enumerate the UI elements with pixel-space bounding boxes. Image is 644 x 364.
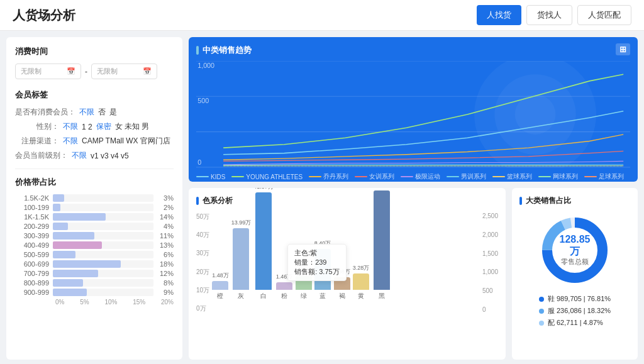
donut-legend: 鞋 989,705 | 76.81% 服 236,086 | 18.32% 配 …: [539, 294, 611, 330]
price-title: 价格带占比: [15, 177, 174, 188]
price-bar-wrap: [53, 289, 153, 296]
legend-item: KIDS: [196, 172, 225, 181]
bar-column[interactable]: 8.40万 蓝: [314, 240, 331, 301]
price-bar-row: 1.5K-2K 3%: [15, 194, 174, 202]
title-bar-icon: [196, 46, 199, 55]
price-bar-fill: [53, 194, 64, 202]
filter-row-1: 性别： 不限 1 2 保密 女 未知 男: [15, 121, 174, 132]
filter-row-0: 是否有消费会员： 不限 否 是: [15, 107, 174, 118]
price-bar-row: 700-799 12%: [15, 270, 174, 277]
line-chart-svg: 1,000 500 0: [196, 61, 630, 168]
bar-column[interactable]: 13.99万 灰: [231, 219, 252, 301]
date-end-input[interactable]: 无限制 📅: [91, 63, 157, 79]
bar-rect: [255, 192, 272, 290]
tab-peiping[interactable]: 人货匹配: [577, 5, 631, 25]
legend-item: 乔丹系列: [309, 172, 348, 181]
svg-text:500: 500: [197, 97, 209, 104]
filter-val-nolimit-2[interactable]: 不限: [63, 136, 78, 146]
color-chart-card: 色系分析 50万 40万 30万 20万 10万 0万 1.48万: [189, 188, 506, 360]
chart-legend: KIDSYOUNG ATHLETES乔丹系列女训系列极限运动男训系列篮球系列网球…: [196, 172, 630, 182]
price-bars: 1.5K-2K 3% 100-199 2% 1K-1.5K 14% 200-29…: [15, 194, 174, 296]
y-axis-left: 50万 40万 30万 20万 10万 0万: [196, 212, 209, 313]
legend-item: 女训系列: [355, 172, 394, 181]
filter-val-nolimit-1[interactable]: 不限: [63, 121, 78, 132]
tab-renhuo[interactable]: 人找货: [477, 5, 521, 25]
bar-column[interactable]: 3.28万 黄: [353, 264, 370, 301]
bar-column[interactable]: 2.58万 褐: [333, 268, 350, 301]
bar-column[interactable]: 1.46万 粉: [276, 273, 293, 301]
price-bar-wrap: [53, 241, 153, 249]
bar-rect: [314, 249, 331, 290]
donut-chart-card: 大类销售占比: [512, 188, 638, 360]
filter-row-3: 会员当前级别： 不限 v1 v3 v4 v5: [15, 150, 174, 161]
price-bar-wrap: [53, 232, 153, 240]
legend-item: 足球系列: [584, 172, 624, 181]
price-bar-row: 100-199 2%: [15, 204, 174, 211]
member-label-title: 会员标签: [15, 89, 174, 101]
price-bar-fill: [53, 289, 87, 296]
legend-item: 篮球系列: [492, 172, 532, 181]
color-chart-title: 色系分析: [196, 196, 498, 206]
filter-val-nolimit-0[interactable]: 不限: [79, 107, 94, 118]
consume-time-title: 消费时间: [15, 46, 174, 57]
bar-chart-container: 1.48万 橙 13.99万 灰 41.57万 白 1.46万 粉 2.83万 …: [212, 212, 480, 313]
date-start-input[interactable]: 无限制 📅: [15, 63, 81, 79]
bar-rect: [353, 273, 369, 290]
top-chart-card: 中类销售趋势 ⊞ 1,000 500 0: [189, 37, 638, 182]
filter-val-nolimit-3[interactable]: 不限: [72, 150, 87, 161]
price-bar-row: 800-899 8%: [15, 279, 174, 287]
bar-rect: [334, 277, 350, 290]
y-axis-right: 2,500 2,000 1,500 1,000 500 0: [482, 212, 498, 313]
price-bar-wrap: [53, 260, 153, 268]
legend-shoes: 鞋 989,705 | 76.81%: [539, 294, 611, 304]
bar-rect: [296, 276, 312, 290]
donut-center-text: 128.85万 零售总额: [556, 233, 594, 267]
price-bar-row: 400-499 13%: [15, 241, 174, 249]
donut-chart-visual: 128.85万 零售总额: [537, 212, 613, 288]
bar-column[interactable]: 41.99万 黑: [372, 188, 392, 301]
bar-column[interactable]: 2.83万 绿: [295, 267, 312, 301]
price-bar-row: 500-599 6%: [15, 251, 174, 258]
bottom-row: 色系分析 50万 40万 30万 20万 10万 0万 1.48万: [189, 188, 638, 360]
chart-export-btn[interactable]: ⊞: [616, 43, 630, 55]
legend-item: YOUNG ATHLETES: [231, 172, 303, 181]
page-title: 人货场分析: [13, 7, 75, 24]
price-bar-row: 300-399 11%: [15, 232, 174, 240]
bar-rect: [212, 281, 228, 290]
price-bar-wrap: [53, 194, 153, 202]
svg-text:0: 0: [197, 158, 201, 166]
legend-item: 极限运动: [401, 172, 440, 181]
svg-text:1,000: 1,000: [197, 62, 214, 69]
price-bar-fill: [53, 270, 98, 277]
price-bar-row: 200-299 4%: [15, 223, 174, 230]
svg-point-9: [515, 94, 556, 135]
price-bar-wrap: [53, 223, 153, 230]
bar-rect: [233, 228, 249, 290]
color-chart-body: 50万 40万 30万 20万 10万 0万 1.48万 橙 13.99万 灰 …: [196, 212, 498, 313]
price-bar-fill: [53, 223, 68, 230]
top-chart-title: 中类销售趋势 ⊞: [196, 45, 630, 56]
price-bar-wrap: [53, 251, 153, 258]
date-range-row: 无限制 📅 - 无限制 📅: [15, 63, 174, 79]
donut-chart-title: 大类销售占比: [519, 196, 630, 206]
price-bar-fill: [53, 232, 94, 240]
price-bar-fill: [53, 260, 121, 268]
price-bar-wrap: [53, 279, 153, 287]
left-panel: 消费时间 无限制 📅 - 无限制 📅 会员标签 是否有消费会员： 不限 否 是 …: [6, 37, 182, 360]
price-bar-fill: [53, 279, 83, 287]
price-bar-row: 900-999 9%: [15, 289, 174, 296]
tab-huozhanren[interactable]: 货找人: [526, 5, 572, 25]
price-bar-wrap: [53, 270, 153, 277]
bar-rect: [276, 282, 292, 290]
right-area: 中类销售趋势 ⊞ 1,000 500 0: [189, 37, 638, 360]
main-content: 消费时间 无限制 📅 - 无限制 📅 会员标签 是否有消费会员： 不限 否 是 …: [0, 31, 644, 364]
price-bar-fill: [53, 213, 106, 221]
header: 人货场分析 人找货 货找人 人货匹配: [0, 0, 644, 31]
price-bar-wrap: [53, 204, 153, 211]
bar-rect: [374, 190, 390, 290]
legend-accessories: 配 62,711 | 4.87%: [539, 318, 611, 328]
legend-item: 男训系列: [447, 172, 486, 181]
bar-column[interactable]: 41.57万 白: [253, 188, 274, 301]
bar-column[interactable]: 1.48万 橙: [212, 272, 229, 301]
donut-area: 128.85万 零售总额 鞋 989,705 | 76.81% 服 236,08…: [519, 212, 630, 330]
